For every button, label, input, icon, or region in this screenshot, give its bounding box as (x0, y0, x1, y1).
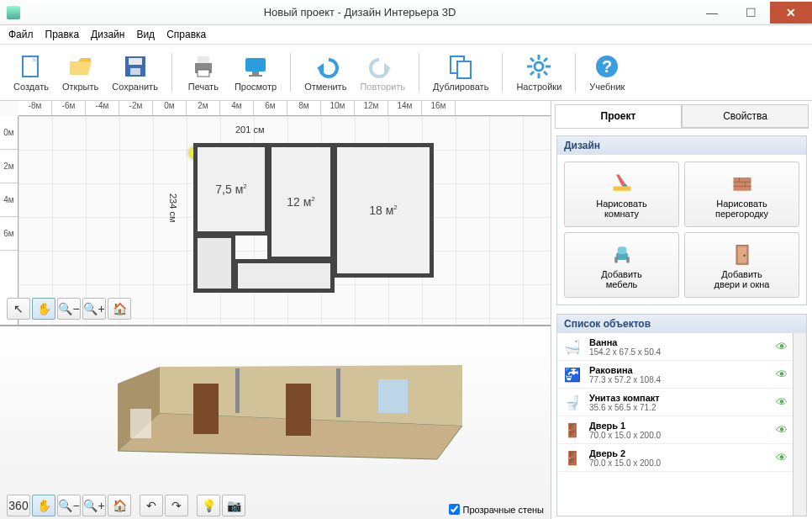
pencil-ruler-icon (610, 172, 634, 195)
visibility-toggle[interactable]: 👁 (776, 368, 788, 381)
visibility-toggle[interactable]: 👁 (776, 423, 788, 437)
svg-rect-34 (378, 379, 408, 413)
undo-button[interactable]: Отменить (298, 50, 353, 95)
duplicate-icon (447, 53, 474, 80)
ruler-tick: 0м (0, 116, 18, 150)
minimize-button[interactable]: — (693, 2, 731, 24)
svg-marker-30 (336, 368, 340, 417)
open-button[interactable]: Открыть (55, 50, 105, 95)
ruler-tick: 0м (153, 101, 187, 115)
object-item[interactable]: 🚽Унитаз компакт35.6 x 56.5 x 71.2👁 (557, 389, 793, 416)
visibility-toggle[interactable]: 👁 (776, 340, 788, 353)
tab-project[interactable]: Проект (555, 104, 682, 128)
menu-help[interactable]: Справка (166, 29, 206, 40)
menubar: Файл Правка Дизайн Вид Справка (0, 25, 812, 45)
menu-file[interactable]: Файл (8, 29, 34, 40)
preview-button[interactable]: Просмотр (228, 50, 283, 95)
svg-rect-32 (193, 384, 219, 434)
svg-line-21 (544, 71, 547, 75)
object-list[interactable]: 🛁Ванна154.2 x 67.5 x 50.4👁🚰Раковина77.3 … (557, 333, 793, 493)
add-furniture-button[interactable]: Добавитьмебель (564, 232, 679, 298)
zoom-out-3d[interactable]: 🔍− (57, 495, 81, 516)
object-list-scrollbar[interactable] (793, 333, 806, 516)
pan-tool[interactable]: ✋ (32, 298, 55, 320)
3d-scene (67, 333, 488, 485)
camera-tool[interactable]: 📷 (222, 495, 245, 516)
svg-rect-44 (617, 246, 626, 254)
monitor-icon (242, 53, 269, 80)
zoom-in-3d[interactable]: 🔍+ (82, 495, 106, 516)
svg-rect-35 (613, 187, 630, 191)
settings-button[interactable]: Настройки (509, 50, 568, 95)
room-1[interactable]: 7,5 м2 (193, 143, 269, 236)
pan3d-tool[interactable]: ✋ (32, 495, 55, 516)
ruler-tick: -4м (86, 101, 119, 115)
gear-icon (525, 53, 552, 80)
transparent-walls-input[interactable] (449, 504, 460, 515)
room-4[interactable] (193, 234, 235, 293)
svg-rect-10 (249, 75, 262, 77)
object-name: Раковина (589, 365, 769, 375)
add-doors-windows-button[interactable]: Добавитьдвери и окна (684, 232, 799, 298)
room-3[interactable]: 18 м2 (333, 143, 434, 278)
select-tool[interactable]: ↖ (7, 298, 30, 320)
menu-view[interactable]: Вид (136, 29, 155, 40)
new-file-icon (18, 53, 45, 80)
object-item[interactable]: 🚪Дверь 270.0 x 15.0 x 200.0👁 (557, 444, 793, 472)
help-icon: ? (593, 53, 620, 80)
view-3d[interactable]: 360 ✋ 🔍− 🔍+ 🏠 ↶ ↷ 💡 📷 Прозрачные стены (0, 326, 551, 519)
object-item[interactable]: 🚪Дверь 170.0 x 15.0 x 200.0👁 (557, 416, 793, 444)
light-tool[interactable]: 💡 (197, 495, 220, 516)
view-2d[interactable]: -8м-6м-4м-2м0м2м4м6м8м10м12м14м16м 0м2м4… (0, 101, 551, 326)
object-dims: 70.0 x 15.0 x 200.0 (589, 431, 769, 440)
draw-partition-button[interactable]: Нарисоватьперегородку (684, 162, 799, 227)
menu-edit[interactable]: Правка (45, 29, 80, 40)
svg-rect-8 (245, 58, 266, 71)
object-item[interactable]: 🛁Ванна154.2 x 67.5 x 50.4👁 (557, 333, 793, 361)
object-icon: 🚰 (562, 364, 583, 384)
svg-rect-9 (252, 71, 259, 75)
visibility-toggle[interactable]: 👁 (776, 395, 788, 409)
rotate-right[interactable]: ↷ (165, 495, 188, 516)
orbit-tool[interactable]: 360 (7, 495, 30, 516)
transparent-walls-checkbox[interactable]: Прозрачные стены (449, 504, 544, 515)
room-5[interactable] (234, 259, 335, 293)
save-button[interactable]: Сохранить (105, 50, 165, 95)
close-button[interactable]: ✕ (770, 2, 812, 24)
svg-rect-48 (737, 246, 746, 262)
object-icon: 🚽 (562, 392, 583, 412)
svg-text:?: ? (602, 57, 612, 76)
ruler-tick: 10м (321, 101, 355, 115)
object-item[interactable]: 🚰Раковина77.3 x 57.2 x 108.4👁 (557, 361, 793, 389)
svg-rect-14 (457, 61, 471, 78)
svg-point-49 (743, 254, 746, 257)
create-button[interactable]: Создать (7, 50, 55, 95)
print-button[interactable]: Печать (179, 50, 228, 95)
draw-room-button[interactable]: Нарисоватькомнату (564, 162, 679, 227)
home-3d[interactable]: 🏠 (108, 495, 131, 516)
home-tool[interactable]: 🏠 (108, 298, 131, 320)
floorplan[interactable]: 7,5 м2 12 м2 18 м2 (193, 143, 446, 294)
zoom-in-tool[interactable]: 🔍+ (82, 298, 106, 320)
save-icon (122, 53, 149, 80)
tutorial-button[interactable]: ? Учебник (583, 50, 631, 95)
tab-properties[interactable]: Свойства (682, 104, 809, 128)
maximize-button[interactable]: ☐ (731, 2, 770, 24)
menu-design[interactable]: Дизайн (91, 29, 124, 40)
object-dims: 77.3 x 57.2 x 108.4 (589, 375, 769, 384)
svg-rect-33 (286, 384, 311, 436)
redo-button[interactable]: Повторить (353, 50, 412, 95)
room-2[interactable]: 12 м2 (267, 143, 335, 261)
redo-icon (369, 53, 396, 80)
side-panel: Проект Свойства Дизайн Нарисоватькомнату… (551, 101, 812, 519)
duplicate-button[interactable]: Дублировать (426, 50, 495, 95)
undo-icon (312, 53, 339, 80)
folder-open-icon (67, 53, 94, 80)
chair-icon (610, 242, 634, 266)
svg-line-22 (530, 71, 534, 75)
svg-rect-7 (198, 70, 209, 77)
zoom-out-tool[interactable]: 🔍− (57, 298, 81, 320)
ruler-tick: 6м (254, 101, 287, 115)
visibility-toggle[interactable]: 👁 (776, 451, 788, 464)
rotate-left[interactable]: ↶ (140, 495, 163, 516)
